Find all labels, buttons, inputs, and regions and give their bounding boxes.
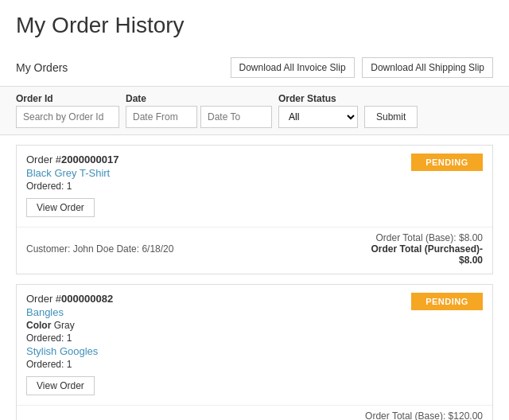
view-order-button[interactable]: View Order	[26, 198, 95, 217]
status-filter-group: Order Status All Pending Processing Comp…	[278, 93, 358, 128]
order-qty-line-1: Ordered: 1	[26, 332, 403, 344]
order-id-label: Order Id	[16, 93, 119, 104]
status-badge: PENDING	[411, 293, 483, 310]
order-card-footer: Customer: John Doe Date: 6/18/20 Order T…	[17, 227, 492, 274]
order-card-header: Order #2000000017 Black Grey T-Shirt Ord…	[17, 146, 492, 192]
product-link-googles[interactable]: Stylish Googles	[26, 345, 403, 357]
page-header: My Order History	[0, 0, 509, 49]
date-label: Date	[126, 93, 272, 104]
date-to-input[interactable]	[200, 106, 272, 128]
order-card-actions: View Order	[17, 192, 492, 224]
order-card: Order #2000000017 Black Grey T-Shirt Ord…	[16, 145, 493, 274]
order-info: Order #000000082 Bangles Color Gray Orde…	[26, 293, 403, 370]
section-header: My Orders Download All Invoice Slip Down…	[0, 49, 509, 86]
total-base: Order Total (Base): $120.00	[365, 410, 483, 420]
submit-button[interactable]: Submit	[364, 106, 418, 128]
product-link-bangles[interactable]: Bangles	[26, 306, 403, 318]
download-buttons: Download All Invoice Slip Download All S…	[226, 57, 493, 78]
order-color-line: Color Gray	[26, 320, 403, 331]
order-number: Order #000000082	[26, 293, 403, 305]
order-info: Order #2000000017 Black Grey T-Shirt Ord…	[26, 154, 403, 192]
product-link[interactable]: Black Grey T-Shirt	[26, 167, 403, 179]
download-shipping-button[interactable]: Download All Shipping Slip	[362, 57, 493, 78]
date-range	[126, 106, 272, 128]
order-card: Order #000000082 Bangles Color Gray Orde…	[16, 284, 493, 420]
total-purchased: Order Total (Purchased)- $8.00	[371, 243, 483, 266]
date-from-input[interactable]	[126, 106, 197, 128]
order-card-actions: View Order	[17, 370, 492, 402]
order-qty-line-2: Ordered: 1	[26, 359, 403, 370]
order-qty-line: Ordered: 1	[26, 181, 403, 192]
section-title: My Orders	[16, 61, 68, 74]
order-number: Order #2000000017	[26, 154, 403, 165]
orders-list: Order #2000000017 Black Grey T-Shirt Ord…	[0, 145, 509, 420]
page-title: My Order History	[16, 13, 493, 38]
status-label: Order Status	[278, 93, 358, 104]
status-select[interactable]: All Pending Processing Complete Cancelle…	[278, 106, 358, 128]
order-totals: Order Total (Base): $120.00 Order Total …	[365, 410, 483, 420]
download-invoice-button[interactable]: Download All Invoice Slip	[231, 57, 355, 78]
search-input[interactable]	[16, 106, 119, 128]
total-base: Order Total (Base): $8.00	[371, 232, 483, 243]
date-filter-group: Date	[126, 93, 272, 128]
filter-bar: Order Id Date Order Status All Pending P…	[0, 86, 509, 135]
order-totals: Order Total (Base): $8.00 Order Total (P…	[371, 232, 483, 266]
order-card-header: Order #000000082 Bangles Color Gray Orde…	[17, 285, 492, 370]
order-id-filter-group: Order Id	[16, 93, 119, 128]
status-badge: PENDING	[411, 154, 483, 171]
customer-info: Customer: John Doe Date: 6/18/20	[26, 243, 173, 255]
view-order-button[interactable]: View Order	[26, 376, 95, 395]
order-card-footer: Customer: John Doe Date: 5/15/20 Order T…	[17, 405, 492, 420]
